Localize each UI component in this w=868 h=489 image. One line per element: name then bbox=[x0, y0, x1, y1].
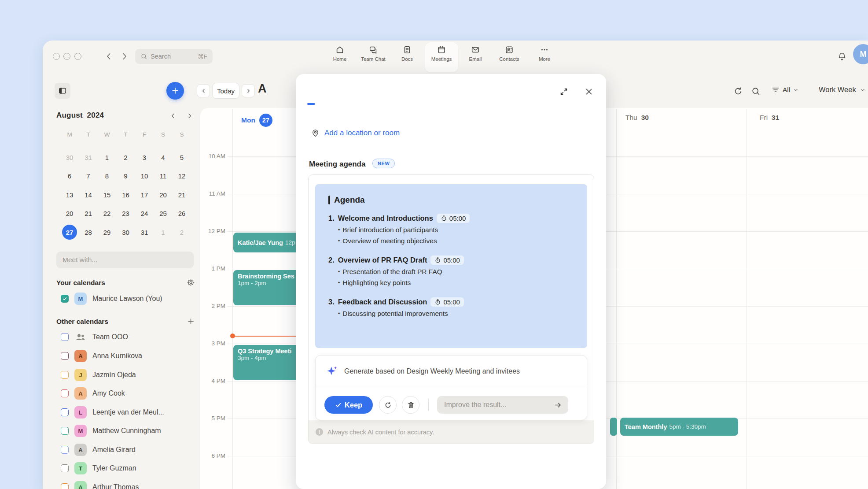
mini-calendar-day[interactable]: 7 bbox=[81, 169, 96, 184]
mini-calendar-day[interactable]: 16 bbox=[118, 187, 133, 202]
calendar-checkbox[interactable] bbox=[61, 389, 69, 397]
mini-calendar-day[interactable]: 22 bbox=[99, 206, 114, 221]
calendar-row-owner[interactable]: M Maurice Lawson (You) bbox=[61, 291, 197, 306]
mini-calendar-day[interactable]: 30 bbox=[62, 150, 77, 165]
window-minimize-button[interactable] bbox=[63, 53, 70, 60]
mini-calendar-day[interactable]: 3 bbox=[137, 150, 152, 165]
calendar-row[interactable]: AArthur Thomas bbox=[61, 480, 197, 489]
mini-calendar-day[interactable]: 15 bbox=[99, 187, 114, 202]
calendar-checkbox[interactable] bbox=[61, 427, 69, 435]
mini-calendar-day[interactable]: 24 bbox=[137, 206, 152, 221]
mini-calendar-day[interactable]: 9 bbox=[118, 169, 133, 184]
keep-button[interactable]: Keep bbox=[324, 396, 373, 414]
mini-calendar-day[interactable]: 31 bbox=[137, 225, 152, 240]
mini-calendar-day[interactable]: 6 bbox=[62, 169, 77, 184]
calendar-checkbox[interactable] bbox=[61, 408, 69, 416]
mini-calendar-day[interactable]: 4 bbox=[156, 150, 171, 165]
mini-calendar-day[interactable]: 1 bbox=[156, 225, 171, 240]
mini-calendar-day[interactable]: 2 bbox=[118, 150, 133, 165]
calendar-row[interactable]: MMatthew Cunningham bbox=[61, 423, 197, 438]
calendar-row[interactable]: JJazmín Ojeda bbox=[61, 367, 197, 382]
expand-icon[interactable] bbox=[559, 87, 569, 96]
mini-calendar-prev-icon[interactable] bbox=[169, 112, 177, 120]
add-location-link[interactable]: Add a location or room bbox=[311, 128, 400, 137]
mini-calendar-day[interactable]: 11 bbox=[156, 169, 171, 184]
calendar-row[interactable]: AAmy Cook bbox=[61, 386, 197, 401]
calendar-checkbox[interactable] bbox=[61, 333, 69, 341]
submit-arrow-icon[interactable] bbox=[554, 401, 562, 409]
calendar-row[interactable]: Team OOO bbox=[61, 330, 197, 345]
day-header-thu[interactable]: Thu30 bbox=[625, 114, 649, 122]
calendar-row[interactable]: AAnna Kurnikova bbox=[61, 348, 197, 363]
calendar-settings-gear-icon[interactable] bbox=[187, 278, 195, 287]
create-event-button[interactable] bbox=[166, 82, 184, 100]
refresh-icon[interactable] bbox=[733, 86, 743, 96]
agenda-content-box[interactable]: Agenda 1.Welcome and Introductions05:00•… bbox=[315, 184, 587, 348]
calendar-checkbox[interactable] bbox=[61, 464, 69, 472]
mini-calendar-day[interactable]: 14 bbox=[81, 187, 96, 202]
mini-calendar-day-selected[interactable]: 27 bbox=[62, 225, 77, 240]
event-partial[interactable] bbox=[610, 418, 617, 436]
tab-email[interactable]: Email bbox=[459, 45, 492, 70]
global-search-input[interactable]: Search ⌘F bbox=[135, 49, 213, 64]
tab-meetings[interactable]: Meetings bbox=[425, 45, 458, 70]
mini-calendar-day[interactable]: 21 bbox=[174, 187, 189, 202]
window-close-button[interactable] bbox=[53, 53, 60, 60]
calendar-checkbox[interactable] bbox=[61, 371, 69, 379]
calendar-search-icon[interactable] bbox=[751, 86, 761, 96]
mini-calendar-day[interactable]: 1 bbox=[99, 150, 114, 165]
calendar-row[interactable]: LLeentje van der Meul... bbox=[61, 405, 197, 420]
tab-contacts[interactable]: Contacts bbox=[493, 45, 526, 70]
tab-home[interactable]: Home bbox=[323, 45, 357, 70]
improve-input-wrap[interactable] bbox=[437, 396, 568, 414]
calendar-row[interactable]: TTyler Guzman bbox=[61, 461, 197, 476]
tab-more[interactable]: More bbox=[528, 45, 561, 70]
day-header-fri[interactable]: Fri31 bbox=[760, 114, 779, 122]
meet-with-input[interactable] bbox=[56, 252, 194, 268]
mini-calendar-day[interactable]: 17 bbox=[137, 187, 152, 202]
calendar-checkbox[interactable] bbox=[61, 483, 69, 489]
tab-team-chat[interactable]: Team Chat bbox=[357, 45, 390, 70]
calendar-row[interactable]: AAmelia Girard bbox=[61, 442, 197, 457]
calendar-checkbox[interactable] bbox=[61, 446, 69, 454]
mini-calendar-day[interactable]: 12 bbox=[174, 169, 189, 184]
mini-calendar-day[interactable]: 28 bbox=[81, 225, 96, 240]
mini-calendar-day[interactable]: 20 bbox=[62, 206, 77, 221]
mini-calendar-day[interactable]: 25 bbox=[156, 206, 171, 221]
mini-calendar-day[interactable]: 31 bbox=[81, 150, 96, 165]
delete-button[interactable] bbox=[402, 396, 419, 414]
event-block[interactable]: Team Monthly5pm - 5:30pm bbox=[620, 418, 738, 436]
today-button[interactable]: Today bbox=[212, 83, 239, 99]
tab-docs[interactable]: Docs bbox=[390, 45, 424, 70]
mini-calendar-day[interactable]: 5 bbox=[174, 150, 189, 165]
view-switcher[interactable]: Work Week bbox=[819, 85, 866, 94]
mini-calendar-day[interactable]: 23 bbox=[118, 206, 133, 221]
mini-calendar-day[interactable]: 20 bbox=[156, 187, 171, 202]
prev-week-button[interactable] bbox=[197, 84, 210, 97]
close-icon[interactable] bbox=[584, 87, 594, 96]
mini-calendar-day[interactable]: 8 bbox=[99, 169, 114, 184]
day-header-mon[interactable]: Mon27 bbox=[241, 114, 272, 127]
mini-calendar-day[interactable]: 10 bbox=[137, 169, 152, 184]
event-title: Katie/Jae Yung bbox=[238, 239, 283, 246]
notifications-bell-icon[interactable] bbox=[837, 52, 847, 61]
improve-input[interactable] bbox=[443, 400, 550, 409]
mini-calendar-day[interactable]: 29 bbox=[99, 225, 114, 240]
mini-calendar-next-icon[interactable] bbox=[186, 112, 194, 120]
window-zoom-button[interactable] bbox=[74, 53, 81, 60]
owner-checkbox[interactable] bbox=[61, 295, 69, 303]
mini-calendar-day[interactable]: 13 bbox=[62, 187, 77, 202]
sidebar-toggle-button[interactable] bbox=[55, 83, 70, 99]
mini-calendar-day[interactable]: 21 bbox=[81, 206, 96, 221]
day-date: 31 bbox=[772, 114, 779, 122]
filter-control[interactable]: All bbox=[771, 85, 799, 94]
history-forward-button[interactable] bbox=[119, 51, 130, 62]
regenerate-button[interactable] bbox=[379, 396, 397, 414]
mini-calendar-day[interactable]: 30 bbox=[118, 225, 133, 240]
calendar-checkbox[interactable] bbox=[61, 352, 69, 360]
add-calendar-plus-icon[interactable] bbox=[187, 317, 195, 326]
next-week-button[interactable] bbox=[242, 84, 255, 97]
mini-calendar-day[interactable]: 26 bbox=[174, 206, 189, 221]
history-back-button[interactable] bbox=[103, 51, 114, 62]
mini-calendar-day[interactable]: 2 bbox=[174, 225, 189, 240]
